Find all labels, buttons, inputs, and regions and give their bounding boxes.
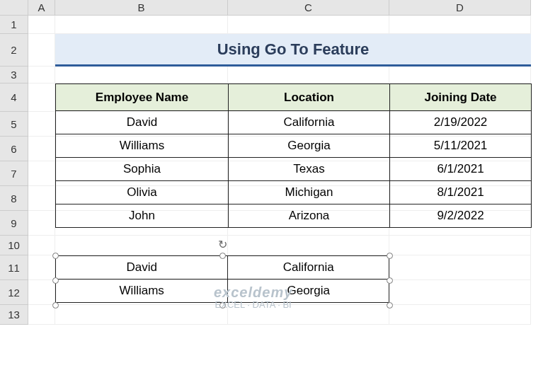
table-cell: Texas	[229, 158, 390, 181]
cell-D12[interactable]	[389, 280, 531, 305]
table-cell: Sophia	[56, 158, 229, 181]
selection-handle[interactable]	[52, 253, 59, 259]
table-row: WilliamsGeorgia5/11/2021	[56, 134, 532, 158]
column-header-D[interactable]: D	[389, 0, 531, 16]
table-cell: Georgia	[229, 134, 390, 158]
cell-A3[interactable]	[28, 67, 55, 83]
table-cell: Williams	[56, 134, 229, 158]
cell-B13[interactable]	[55, 305, 228, 325]
column-header-C[interactable]: C	[228, 0, 389, 16]
column-header-B[interactable]: B	[55, 0, 228, 16]
table-row: OliviaMichigan8/1/2021	[56, 181, 532, 204]
row-header-2[interactable]: 2	[0, 34, 28, 67]
table-cell: 9/2/2022	[390, 204, 532, 228]
selection-handle[interactable]	[387, 302, 393, 309]
row-header-6[interactable]: 6	[0, 137, 28, 161]
table-cell: 2/19/2022	[390, 111, 532, 134]
cell-A11[interactable]	[28, 255, 55, 280]
table-cell: Michigan	[229, 181, 390, 204]
cell-B10[interactable]	[55, 236, 228, 255]
cell-A6[interactable]	[28, 137, 55, 161]
picture-row: DavidCalifornia	[56, 256, 389, 279]
cell-C1[interactable]	[228, 16, 389, 34]
cell-A9[interactable]	[28, 211, 55, 236]
cell-A2[interactable]	[28, 34, 55, 67]
row-header-10[interactable]: 10	[0, 236, 28, 255]
row-header-5[interactable]: 5	[0, 112, 28, 137]
watermark: exceldemy EXCEL · DATA · BI	[214, 284, 292, 310]
table-header: Joining Date	[390, 84, 532, 111]
cell-B1[interactable]	[55, 16, 228, 34]
cell-D13[interactable]	[389, 305, 531, 325]
cell-D11[interactable]	[389, 255, 531, 280]
table-row: JohnArizona9/2/2022	[56, 204, 532, 228]
table-cell: Arizona	[229, 204, 390, 228]
row-header-8[interactable]: 8	[0, 186, 28, 211]
table-cell: 8/1/2021	[390, 181, 532, 204]
row-header-12[interactable]: 12	[0, 280, 28, 305]
selection-handle[interactable]	[52, 277, 59, 284]
selection-handle[interactable]	[52, 302, 59, 309]
cell-D1[interactable]	[389, 16, 531, 34]
table-cell: David	[56, 111, 229, 134]
select-all-corner[interactable]	[0, 0, 28, 16]
cell-A12[interactable]	[28, 280, 55, 305]
cell-B3[interactable]	[55, 67, 228, 83]
table-cell: Olivia	[56, 181, 229, 204]
table-cell: 5/11/2021	[390, 134, 532, 158]
title-text: Using Go To Feature	[217, 40, 370, 59]
table-header: Employee Name	[56, 84, 229, 111]
table-cell: 6/1/2021	[390, 158, 532, 181]
table-cell: California	[229, 111, 390, 134]
selection-handle[interactable]	[387, 277, 393, 284]
row-header-3[interactable]: 3	[0, 67, 28, 83]
picture-cell: Williams	[56, 279, 228, 303]
title-banner: Using Go To Feature	[55, 34, 531, 67]
table-cell: John	[56, 204, 229, 228]
cell-A1[interactable]	[28, 16, 55, 34]
cell-A8[interactable]	[28, 186, 55, 211]
watermark-tagline: EXCEL · DATA · BI	[214, 300, 292, 310]
row-header-11[interactable]: 11	[0, 255, 28, 280]
cell-A7[interactable]	[28, 161, 55, 186]
table-header: Location	[229, 84, 390, 111]
row-header-4[interactable]: 4	[0, 83, 28, 112]
cell-D3[interactable]	[389, 67, 531, 83]
cell-C10[interactable]	[228, 236, 389, 255]
selection-handle[interactable]	[387, 253, 393, 259]
picture-cell: David	[56, 256, 228, 279]
cell-D10[interactable]	[389, 236, 531, 255]
watermark-brand: exceldemy	[214, 284, 292, 300]
row-header-13[interactable]: 13	[0, 305, 28, 325]
picture-cell: California	[228, 256, 389, 279]
cell-A10[interactable]	[28, 236, 55, 255]
cell-C3[interactable]	[228, 67, 389, 83]
row-header-7[interactable]: 7	[0, 161, 28, 186]
row-header-1[interactable]: 1	[0, 16, 28, 34]
column-header-A[interactable]: A	[28, 0, 55, 16]
cell-A4[interactable]	[28, 83, 55, 112]
cell-A13[interactable]	[28, 305, 55, 325]
cell-A5[interactable]	[28, 112, 55, 137]
employee-table: Employee NameLocationJoining DateDavidCa…	[55, 83, 532, 228]
selection-handle[interactable]	[219, 253, 226, 259]
table-row: DavidCalifornia2/19/2022	[56, 111, 532, 134]
rotate-handle-icon[interactable]: ↻	[215, 237, 229, 251]
table-row: SophiaTexas6/1/2021	[56, 158, 532, 181]
row-header-9[interactable]: 9	[0, 211, 28, 236]
